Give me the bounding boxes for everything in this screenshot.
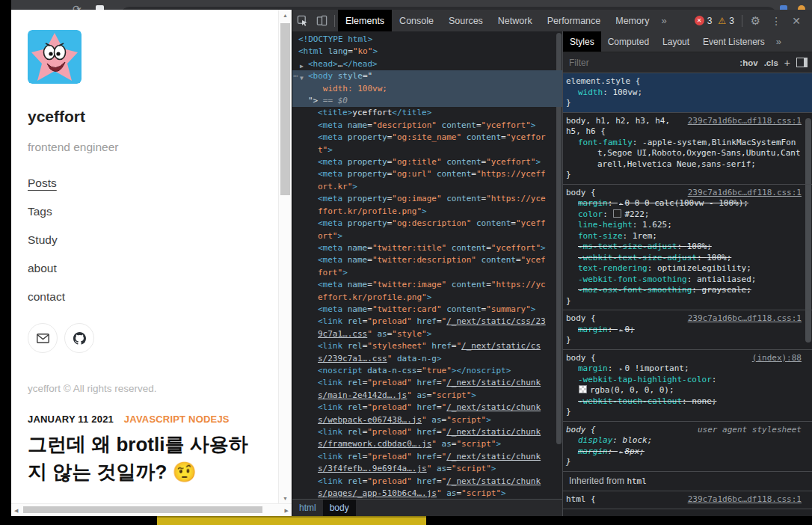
sidebar-tab-styles[interactable]: Styles (563, 31, 601, 52)
nav-item-tags[interactable]: Tags (28, 205, 262, 218)
elements-tree-line[interactable]: fort"> (292, 267, 562, 279)
stylesheet-source-link[interactable]: 239c7a1d6bc…df118.css:1 (688, 313, 802, 325)
elements-tree-line[interactable]: <link rel="preload" href="/_next/static/… (292, 426, 562, 438)
elements-tree-line[interactable]: ffort.kr/profile.png"> (292, 206, 562, 218)
reload-icon[interactable]: ⟳ (73, 3, 81, 10)
shorthand-expand-icon[interactable]: ▸ (618, 326, 624, 334)
error-badge-icon[interactable]: ✕ (695, 16, 704, 25)
css-property[interactable]: width: 100vw; (566, 88, 802, 99)
scroll-right-icon[interactable]: ▶ (285, 508, 289, 514)
forward-icon[interactable]: → (49, 3, 59, 10)
css-property[interactable]: line-height: 1.625; (566, 220, 802, 231)
elements-tree-line[interactable]: 9c7a1….css" as="style"> (292, 328, 562, 340)
elements-tree-line[interactable]: effort.kr/profile.png"> (292, 292, 562, 304)
css-property[interactable]: ⚠-webkit-touch-callout: none; (566, 396, 802, 408)
css-property[interactable]: margin: ▸0; (566, 325, 802, 336)
elements-tree-line[interactable]: ort.kr"> (292, 181, 562, 193)
nav-item-contact[interactable]: contact (28, 290, 262, 304)
devtools-tab-network[interactable]: Network (490, 10, 540, 31)
post-tags[interactable]: JAVASCRIPT NODEJS (124, 414, 230, 425)
style-rule[interactable]: 239c7a1d6bc…df118.css:1body, h1, h2, h3,… (563, 113, 812, 185)
devtools-tab-memory[interactable]: Memory (608, 10, 656, 31)
sidebar-more-tabs-icon[interactable]: » (772, 36, 786, 47)
stylesheet-source-link[interactable]: (index):88 (752, 353, 802, 364)
elements-tree-line[interactable]: <title>yceffort</title> (292, 107, 562, 119)
style-rule[interactable]: 239c7a1d6bc…df118.css:1html { (563, 491, 812, 509)
elements-tree-line[interactable]: <noscript data-n-css="true"></noscript> (292, 365, 562, 377)
elements-tree-line[interactable]: <meta name="twitter:image" content="http… (292, 279, 562, 291)
warning-badge-icon[interactable]: ⚠ (718, 16, 726, 26)
color-swatch[interactable] (613, 209, 621, 218)
close-devtools-icon[interactable]: ✕ (787, 15, 806, 27)
style-rule[interactable]: 239c7a1d6bc…df118.css:1body {margin: ▸0;… (563, 310, 812, 350)
elements-tree-line[interactable]: s/pages/_app-510b6c4….js" as="script"> (292, 488, 562, 499)
css-property[interactable]: -moz-osx-font-smoothing: grayscale; (566, 285, 802, 296)
scroll-up-icon[interactable]: ▲ (283, 13, 288, 18)
devtools-tab-performance[interactable]: Performance (540, 10, 609, 31)
post-title[interactable]: 그런데 왜 brotli를 사용하지 않는 것일까? 🤨 (28, 431, 262, 486)
toggle-sidebar-icon[interactable] (796, 58, 808, 67)
styles-filter-input[interactable] (568, 57, 733, 69)
toggle-class-button[interactable]: .cls (764, 58, 778, 67)
elements-tree-line[interactable]: ▶<head>…</head> (292, 58, 562, 70)
style-rule[interactable]: user agent stylesheetbody {display: bloc… (563, 422, 812, 472)
elements-tree-line[interactable]: <meta property="og:url" content="https:/… (292, 168, 562, 180)
node-menu-icon[interactable]: ⋯ (293, 70, 298, 82)
mail-button[interactable] (28, 323, 58, 353)
elements-tree-line[interactable]: <meta name="twitter:title" content="ycef… (292, 242, 562, 254)
elements-tree-line[interactable]: s/main-2e4142d….js" as="script"> (292, 390, 562, 402)
color-swatch[interactable] (579, 385, 587, 393)
sidebar-tab-event-listeners[interactable]: Event Listeners (696, 31, 772, 52)
shorthand-expand-icon[interactable]: ▸ (618, 365, 624, 372)
profile-avatar-icon[interactable] (798, 5, 805, 10)
css-property[interactable]: -webkit-tap-highlight-color: rgba(0, 0, … (566, 375, 802, 396)
elements-tree-line[interactable]: <link rel="preload" href="/_next/static/… (292, 316, 562, 328)
elements-tree-line[interactable]: <!DOCTYPE html> (292, 34, 562, 46)
css-property[interactable]: color: #222; (566, 209, 802, 221)
css-property[interactable]: -ms-text-size-adjust: 100%; (566, 242, 802, 253)
elements-tree-line[interactable]: <meta name="description" content="yceffo… (292, 120, 562, 132)
elements-tree-line[interactable]: ⋯▼<body style=" (292, 70, 562, 82)
elements-tree-line[interactable]: width: 100vw; (292, 83, 562, 95)
shorthand-expand-icon[interactable]: ▸ (618, 200, 624, 207)
stylesheet-source-link[interactable]: 239c7a1d6bc…df118.css:1 (688, 116, 802, 127)
elements-tree-line[interactable]: <html lang="ko"> (292, 46, 562, 58)
elements-tree-line[interactable]: <meta property="og:image" content="https… (292, 193, 562, 205)
elements-tree-line[interactable]: s/3f4fefb….9e69f4a….js" as="script"> (292, 463, 562, 475)
breadcrumb-html[interactable]: html (292, 500, 323, 516)
elements-tree-line[interactable]: ort"> (292, 230, 562, 242)
devtools-tab-console[interactable]: Console (392, 10, 441, 31)
kebab-menu-icon[interactable]: ⋮ (766, 15, 787, 27)
toggle-pseudo-button[interactable]: :hov (739, 58, 757, 67)
css-property[interactable]: -webkit-font-smoothing: antialiased; (566, 274, 802, 286)
vertical-scroll-thumb[interactable] (280, 23, 290, 195)
elements-tree-line[interactable]: <meta name="twitter:description" content… (292, 254, 562, 266)
elements-tree-line[interactable]: s/framework.cdbdac0….js" as="script"> (292, 438, 562, 450)
new-style-rule-button[interactable]: + (784, 57, 790, 69)
breadcrumb-body[interactable]: body (323, 500, 356, 516)
css-property[interactable]: margin: ▸0 0 0 calc(100vw - 100%); (566, 198, 802, 209)
elements-tree-line[interactable]: <meta property="og:title" content="yceff… (292, 156, 562, 168)
nav-item-study[interactable]: Study (28, 233, 262, 247)
shorthand-expand-icon[interactable]: ▸ (618, 448, 624, 455)
css-property[interactable]: text-rendering: optimizeLegibility; (566, 263, 802, 274)
sidebar-tab-computed[interactable]: Computed (601, 31, 656, 52)
page-horizontal-scrollbar[interactable]: ◀ ▶ (11, 503, 292, 516)
css-property[interactable]: font-family: -apple-system,BlinkMacSyste… (566, 138, 802, 171)
sidebar-tab-layout[interactable]: Layout (656, 31, 696, 52)
elements-tree-line[interactable]: <link rel="stylesheet" href="/_next/stat… (292, 340, 562, 352)
settings-gear-icon[interactable]: ⚙ (745, 14, 766, 28)
more-tabs-icon[interactable]: » (656, 15, 671, 26)
inspect-element-icon[interactable] (292, 10, 312, 31)
elements-tree-line[interactable]: <meta name="twitter:card" content="summa… (292, 304, 562, 316)
css-property[interactable]: margin: ▸0 !important; (566, 363, 802, 375)
devtools-tab-elements[interactable]: Elements (338, 10, 392, 31)
elements-tree-line[interactable]: <meta property="og:description" content=… (292, 218, 562, 230)
scroll-down-icon[interactable]: ▼ (283, 496, 288, 501)
patrick-avatar[interactable] (28, 30, 81, 84)
css-property[interactable]: font-size: 1rem; (566, 231, 802, 242)
css-property[interactable]: display: block; (566, 435, 802, 446)
elements-tree-line[interactable]: s/239c7a1….css" data-n-g> (292, 353, 562, 365)
elements-tree-line[interactable]: <link rel="preload" href="/_next/static/… (292, 402, 562, 414)
style-rule[interactable]: element.style {width: 100vw;} (563, 73, 812, 113)
